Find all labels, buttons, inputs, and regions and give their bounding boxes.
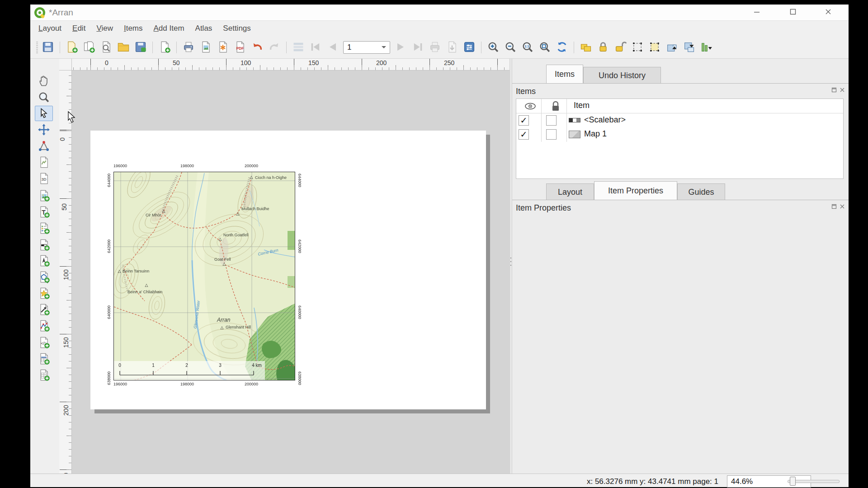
print-atlas-button[interactable] (427, 39, 443, 56)
add-items-from-template-button[interactable] (115, 39, 132, 56)
redo-button[interactable] (266, 39, 283, 56)
map-item[interactable]: 01234 km △Cioch na h-Oighe△Cir Mhòr△Mull… (113, 172, 295, 380)
duplicate-layout-button[interactable] (81, 39, 97, 56)
tab-items[interactable]: Items (546, 65, 583, 83)
toolbar-separator[interactable] (176, 42, 177, 53)
maximize-button[interactable] (783, 5, 803, 21)
window-title: *Arran (49, 8, 73, 18)
atlas-settings-button[interactable] (461, 39, 477, 56)
save-project-button[interactable] (40, 39, 56, 56)
item-properties-float-button[interactable] (830, 204, 838, 211)
menu-settings[interactable]: Settings (217, 22, 256, 35)
item-row[interactable]: ✓ Map 1 (516, 127, 843, 141)
undo-button[interactable] (249, 39, 265, 56)
move-item-content-tool[interactable] (35, 122, 53, 137)
menu-layout[interactable]: Layout (33, 22, 67, 35)
tab-layout[interactable]: Layout (546, 183, 594, 200)
preview-atlas-button[interactable] (290, 39, 307, 56)
items-panel-title: Items (516, 87, 536, 96)
menu-items[interactable]: Items (118, 22, 148, 35)
add-map-tool[interactable] (35, 155, 53, 170)
print-button[interactable] (180, 39, 197, 56)
edit-nodes-item-tool[interactable] (35, 138, 53, 154)
zoom-actual-button[interactable] (519, 39, 536, 56)
group-items-button[interactable] (578, 39, 594, 56)
menu-edit[interactable]: Edit (67, 22, 91, 35)
add-attribute-table-tool[interactable] (35, 351, 53, 366)
toolbar-separator[interactable] (286, 42, 287, 53)
export-atlas-button[interactable] (444, 39, 460, 56)
visibility-checkbox[interactable]: ✓ (519, 129, 529, 140)
tab-guides[interactable]: Guides (677, 183, 725, 200)
previous-feature-button[interactable] (325, 39, 341, 56)
add-fixed-table-tool[interactable] (35, 367, 53, 383)
add-pages-button[interactable] (156, 39, 173, 56)
lock-checkbox[interactable] (546, 115, 557, 126)
add-scalebar-tool[interactable] (35, 237, 53, 253)
visibility-checkbox[interactable]: ✓ (519, 115, 529, 126)
ruler-number: 150 (62, 337, 70, 347)
export-as-svg-button[interactable] (215, 39, 231, 56)
pan-layout-tool[interactable] (35, 73, 53, 89)
add-north-arrow-tool[interactable] (35, 253, 53, 268)
first-feature-button[interactable] (307, 39, 324, 56)
grid-coordinate-label: 640000 (297, 305, 302, 319)
scalebar-number: 0 (118, 363, 121, 368)
zoom-slider[interactable] (788, 478, 840, 485)
menu-view[interactable]: View (91, 22, 118, 35)
toolbar-separator[interactable] (60, 42, 60, 53)
zoom-tool[interactable] (35, 89, 53, 105)
add-label-tool[interactable] (35, 204, 53, 220)
zoom-in-button[interactable] (485, 39, 501, 56)
add-marker-tool[interactable] (35, 286, 53, 301)
tab-item-properties[interactable]: Item Properties (594, 181, 677, 200)
zoom-out-button[interactable] (502, 39, 519, 56)
ruler-number: 100 (62, 269, 70, 280)
ruler-corner (59, 59, 72, 70)
add-node-item-tool[interactable] (35, 318, 53, 333)
lock-checkbox[interactable] (546, 129, 557, 140)
ruler-number: 50 (173, 59, 180, 66)
add-3d-map-tool[interactable] (35, 171, 53, 186)
item-label: Map 1 (584, 129, 607, 139)
close-button[interactable] (818, 5, 839, 21)
unlock-items-button[interactable] (612, 39, 628, 56)
tab-undo-history[interactable]: Undo History (583, 67, 661, 83)
add-picture-tool[interactable] (35, 188, 53, 203)
add-html-frame-tool[interactable] (35, 335, 53, 350)
toolbar-separator[interactable] (574, 42, 574, 53)
next-feature-button[interactable] (392, 39, 409, 56)
raise-items-button[interactable] (664, 39, 680, 56)
lower-items-button[interactable] (681, 39, 697, 56)
align-items-button[interactable] (698, 39, 714, 56)
add-legend-tool[interactable] (35, 221, 53, 236)
deselect-all-button[interactable] (646, 39, 663, 56)
add-arrow-tool[interactable] (35, 302, 53, 317)
slider-handle[interactable] (790, 477, 796, 486)
items-panel-close-button[interactable] (839, 87, 846, 94)
toolbar-separator[interactable] (152, 42, 153, 53)
last-feature-button[interactable] (410, 39, 426, 56)
refresh-view-button[interactable] (554, 39, 570, 56)
layout-manager-button[interactable] (98, 39, 114, 56)
new-layout-button[interactable] (64, 39, 80, 56)
menu-atlas[interactable]: Atlas (190, 22, 218, 35)
toolbar-separator[interactable] (481, 42, 481, 53)
peak-label: Glenshant Hill (226, 325, 251, 329)
add-shape-tool[interactable] (35, 269, 53, 285)
export-as-pdf-button[interactable] (232, 39, 248, 56)
save-as-template-button[interactable] (132, 39, 149, 56)
lock-items-button[interactable] (595, 39, 611, 56)
export-as-image-button[interactable] (198, 39, 214, 56)
items-list[interactable]: Item ✓ <Scalebar> ✓ Map 1 (516, 99, 844, 179)
select-move-item-tool[interactable] (35, 106, 53, 121)
item-row[interactable]: ✓ <Scalebar> (516, 113, 843, 127)
select-all-button[interactable] (629, 39, 646, 56)
zoom-full-button[interactable] (537, 39, 553, 56)
minimize-button[interactable] (746, 5, 767, 21)
item-properties-close-button[interactable] (839, 204, 846, 211)
atlas-feature-combo[interactable]: 1 (343, 41, 390, 54)
menu-add-item[interactable]: Add Item (148, 22, 190, 35)
items-panel-float-button[interactable] (830, 87, 838, 94)
layout-canvas[interactable]: 01234 km △Cioch na h-Oighe△Cir Mhòr△Mull… (72, 70, 509, 478)
